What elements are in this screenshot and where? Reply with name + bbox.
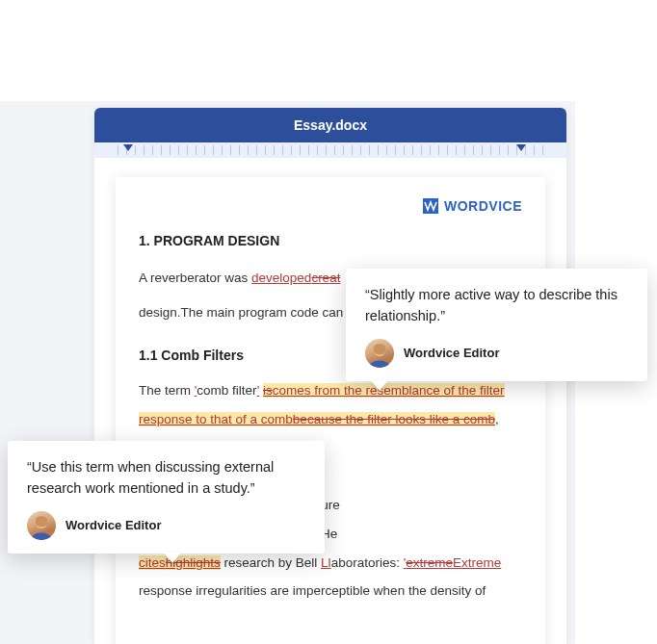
wordvice-logo-icon (423, 198, 438, 214)
tracked-insert: developed (251, 270, 311, 285)
brand-logo: WORDVICE (139, 198, 522, 214)
text: comb filter (197, 383, 256, 398)
comment-pointer-icon (164, 553, 181, 563)
ruler-indent-right-icon[interactable] (516, 144, 526, 151)
comment-callout[interactable]: “Slightly more active way to describe th… (346, 269, 647, 381)
avatar (27, 511, 56, 540)
text: design.The main program code can (139, 305, 343, 320)
ruler-indent-left-icon[interactable] (123, 144, 133, 151)
comment-author-name: Wordvice Editor (66, 518, 161, 532)
comment-text: “Use this term when discussing external … (27, 456, 305, 500)
document-page: WORDVICE 1. PROGRAM DESIGN A reverberato… (116, 177, 545, 644)
tracked-insert: cites (139, 555, 166, 570)
tracked-edit: Ll (321, 555, 331, 570)
comment-author-row: Wordvice Editor (27, 511, 305, 540)
comment-author-name: Wordvice Editor (404, 346, 499, 360)
horizontal-ruler (94, 142, 566, 158)
tracked-delete: extreme (406, 555, 453, 570)
tracked-delete: is (263, 383, 273, 398)
text: aboratories: (331, 555, 404, 570)
section-heading: 1. PROGRAM DESIGN (139, 233, 522, 248)
ruler-ticks (118, 145, 543, 155)
text: A reverberator was (139, 270, 251, 285)
text: response irregularities are imperceptibl… (139, 583, 486, 598)
comment-text: “Slightly more active way to describe th… (365, 284, 628, 327)
window-title: Essay.docx (294, 117, 367, 133)
tracked-insert: Extreme (453, 555, 501, 570)
text: , (495, 412, 499, 426)
comment-callout[interactable]: “Use this term when discussing external … (8, 441, 325, 554)
comment-author-row: Wordvice Editor (365, 339, 628, 368)
text: The term (139, 383, 195, 398)
comment-pointer-icon (371, 380, 388, 391)
tracked-delete: because the filter looks like a comb (293, 412, 495, 426)
text: research by Bell (221, 555, 321, 570)
tracked-delete: creat (311, 270, 340, 285)
avatar (365, 339, 394, 368)
window-title-bar: Essay.docx (94, 108, 566, 142)
brand-name: WORDVICE (444, 198, 522, 214)
